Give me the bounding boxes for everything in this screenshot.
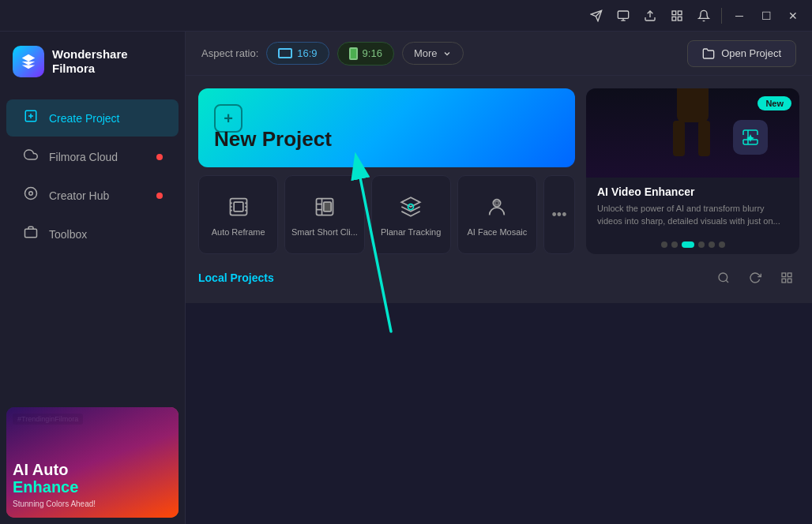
new-project-plus-icon: +: [214, 104, 242, 133]
tv-icon[interactable]: [611, 3, 636, 28]
aspect-ratio-label: Aspect ratio:: [201, 47, 258, 59]
svg-rect-8: [672, 17, 676, 21]
main-layout: Wondershare Filmora Create Project: [0, 32, 812, 524]
portrait-icon: [349, 47, 358, 60]
svg-point-14: [29, 192, 33, 196]
svg-point-29: [719, 273, 727, 282]
svg-rect-24: [677, 88, 709, 122]
upload-icon[interactable]: [637, 3, 663, 28]
sidebar-item-creator-hub[interactable]: Creator Hub: [6, 177, 179, 214]
dot-3[interactable]: [682, 241, 694, 248]
svg-rect-19: [324, 202, 331, 211]
app-logo: Wondershare Filmora: [0, 32, 185, 92]
svg-rect-27: [673, 121, 685, 156]
feature-auto-reframe[interactable]: Auto Reframe: [198, 175, 278, 254]
titlebar-icons: ─ ☐ ✕: [584, 3, 806, 28]
svg-rect-15: [25, 229, 37, 238]
notification-dot: [156, 154, 163, 160]
logo-text: Wondershare Filmora: [52, 47, 128, 76]
titlebar: ─ ☐ ✕: [0, 0, 812, 32]
content: Aspect ratio: 16:9 9:16 More: [186, 32, 812, 303]
logo-icon: [13, 46, 44, 77]
create-project-icon: [22, 109, 39, 127]
ratio-9-16-button[interactable]: 9:16: [337, 42, 394, 66]
svg-rect-32: [782, 279, 786, 283]
sep: [721, 8, 722, 24]
right-panel-image: New: [586, 88, 799, 178]
feature-planar-tracking[interactable]: Planar Tracking: [371, 175, 451, 254]
dot-4[interactable]: [698, 241, 705, 248]
ratio-16-9-button[interactable]: 16:9: [266, 42, 329, 65]
planar-tracking-icon: [397, 193, 425, 221]
search-button[interactable]: [711, 265, 736, 290]
sidebar-nav: Create Project Filmora Cloud Creator Hub: [0, 92, 185, 401]
bell-icon[interactable]: [691, 3, 716, 28]
maximize-button[interactable]: ☐: [754, 3, 779, 28]
minimize-button[interactable]: ─: [727, 3, 752, 28]
feature-tools-row: Auto Reframe Smart Short Cli...: [198, 175, 575, 254]
left-section: + New Project: [198, 88, 575, 254]
svg-rect-33: [788, 279, 791, 283]
refresh-button[interactable]: [742, 265, 768, 290]
feature-label: Auto Reframe: [212, 227, 265, 237]
cloud-icon: [22, 148, 39, 166]
content-wrapper: Aspect ratio: 16:9 9:16 More: [186, 32, 812, 524]
sidebar-item-filmora-cloud[interactable]: Filmora Cloud: [6, 138, 179, 175]
topbar: Aspect ratio: 16:9 9:16 More: [186, 32, 812, 76]
banner-title: AI AutoEnhance: [13, 461, 172, 496]
local-projects-section: Local Projects: [198, 265, 799, 290]
sidebar-item-label: Creator Hub: [49, 189, 109, 202]
sidebar-item-toolbox[interactable]: Toolbox: [6, 215, 179, 253]
sidebar-item-label: Toolbox: [49, 228, 87, 241]
svg-rect-7: [678, 11, 682, 15]
svg-rect-22: [495, 201, 499, 205]
view-toggle-button[interactable]: [774, 265, 799, 290]
auto-reframe-icon: [224, 193, 253, 221]
dot-1[interactable]: [661, 241, 667, 248]
top-row: + New Project: [198, 88, 799, 254]
grid-icon[interactable]: [664, 3, 690, 28]
new-project-card[interactable]: + New Project: [198, 88, 575, 167]
feature-ai-face-mosaic[interactable]: AI Face Mosaic: [457, 175, 537, 254]
dot-5[interactable]: [709, 241, 715, 248]
ai-enhancer-icon: [733, 120, 768, 155]
svg-rect-17: [234, 202, 243, 211]
right-panel-description: Unlock the power of AI and transform blu…: [597, 203, 788, 227]
svg-rect-9: [678, 17, 682, 21]
feature-more-button[interactable]: •••: [543, 175, 575, 254]
sidebar-item-label: Create Project: [49, 112, 119, 125]
close-button[interactable]: ✕: [780, 3, 806, 28]
svg-point-13: [25, 188, 37, 200]
open-project-button[interactable]: Open Project: [687, 40, 796, 67]
sidebar: Wondershare Filmora Create Project: [0, 32, 186, 524]
local-projects-actions: [711, 265, 799, 290]
sidebar-item-create-project[interactable]: Create Project: [6, 99, 179, 137]
svg-rect-31: [788, 273, 791, 277]
landscape-icon: [278, 48, 292, 58]
dot-2[interactable]: [671, 241, 678, 248]
svg-rect-2: [618, 11, 628, 18]
creator-hub-icon: [22, 186, 39, 204]
new-project-title: New Project: [214, 127, 559, 152]
notification-dot: [156, 193, 163, 199]
more-button[interactable]: More: [402, 42, 464, 65]
svg-rect-16: [230, 199, 246, 215]
right-panel[interactable]: New AI Video Enhancer Unlock the power o…: [586, 88, 799, 254]
dot-6[interactable]: [719, 241, 725, 248]
new-badge: New: [757, 96, 791, 110]
svg-rect-28: [698, 121, 710, 156]
right-panel-title: AI Video Enhancer: [597, 185, 788, 198]
feature-label: Planar Tracking: [381, 227, 441, 237]
feature-smart-short-clip[interactable]: Smart Short Cli...: [284, 175, 364, 254]
banner-subtitle: Stunning Colors Ahead!: [13, 500, 96, 508]
feature-label: AI Face Mosaic: [467, 227, 527, 237]
local-projects-title: Local Projects: [198, 271, 274, 284]
carousel-dots: [586, 235, 799, 254]
send-icon[interactable]: [584, 3, 609, 28]
toolbox-icon: [22, 225, 39, 243]
ai-face-mosaic-icon: [483, 193, 511, 221]
trumpet-player-illustration: [641, 88, 744, 178]
svg-rect-30: [782, 273, 786, 277]
right-panel-info: AI Video Enhancer Unlock the power of AI…: [586, 178, 799, 235]
sidebar-banner[interactable]: #TrendinginFilmora AI AutoEnhance Stunni…: [6, 407, 179, 518]
